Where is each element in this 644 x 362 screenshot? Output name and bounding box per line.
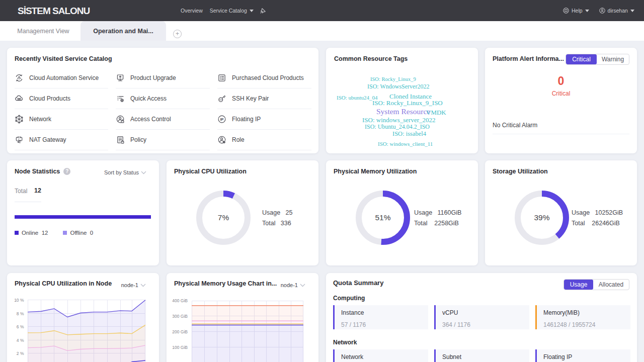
svg-text:200 GiB: 200 GiB bbox=[172, 329, 188, 334]
svg-text:IP: IP bbox=[220, 117, 223, 122]
svg-text:4 %: 4 % bbox=[17, 338, 24, 343]
svg-text:6 %: 6 % bbox=[17, 324, 24, 329]
svg-text:400 GiB: 400 GiB bbox=[172, 298, 188, 303]
svg-text:SSH: SSH bbox=[219, 99, 223, 101]
svg-text:300 GiB: 300 GiB bbox=[172, 314, 188, 319]
svg-text:8 %: 8 % bbox=[17, 311, 24, 316]
svg-text:100 GiB: 100 GiB bbox=[172, 345, 188, 350]
svg-text:2 %: 2 % bbox=[17, 351, 24, 356]
svg-text:10 %: 10 % bbox=[14, 298, 24, 303]
